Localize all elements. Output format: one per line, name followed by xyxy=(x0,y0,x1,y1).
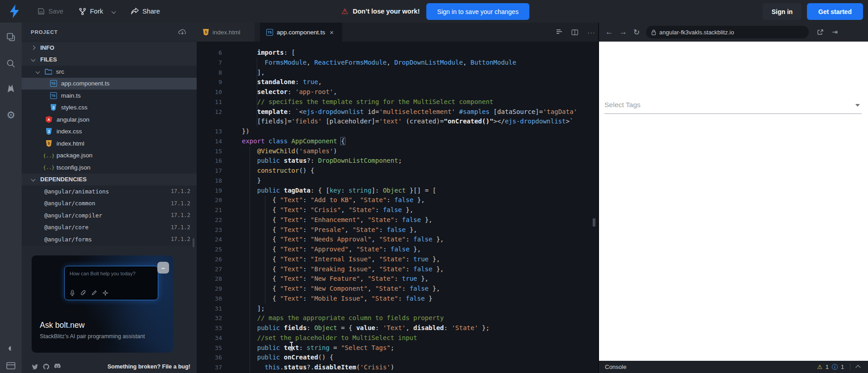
forward-icon[interactable]: → xyxy=(619,28,627,37)
dropdown-arrow-icon[interactable] xyxy=(855,104,860,107)
console-info-count: 1 xyxy=(841,364,844,370)
select-tags-dropdown[interactable]: Select Tags xyxy=(604,99,862,114)
tree-item-index-html[interactable]: 5index.html xyxy=(22,137,197,150)
bolt-ad-card[interactable]: How can Bolt help you today? – Ask bolt.… xyxy=(32,255,173,353)
tree-item-angular-json[interactable]: Aangular.json xyxy=(22,113,197,126)
line-number: 10 xyxy=(197,87,222,97)
tree-section-info[interactable]: INFO xyxy=(22,42,197,54)
project-panel-title: PROJECT xyxy=(31,29,58,35)
code-token: : xyxy=(406,265,413,273)
code-token: false xyxy=(387,226,406,233)
tree-item-app-component-ts[interactable]: TSapp.component.ts xyxy=(22,78,197,90)
split-editor-icon[interactable] xyxy=(571,29,578,35)
line-number: 35 xyxy=(197,343,222,353)
expand-console-icon[interactable] xyxy=(855,365,860,370)
download-project-icon[interactable] xyxy=(178,28,187,36)
dependency--angular-core[interactable]: @angular/core17.1.2 xyxy=(22,222,197,234)
get-started-button[interactable]: Get started xyxy=(807,3,863,20)
line-number: 21 xyxy=(197,205,222,215)
line-code: constructor() { xyxy=(222,166,314,176)
tree-item-index-css[interactable]: 3index.css xyxy=(22,126,197,138)
editor-scrollbar-thumb[interactable] xyxy=(593,218,595,227)
code-token: key xyxy=(330,187,341,194)
file-a-bug-link[interactable]: Something broken? File a bug! xyxy=(108,364,190,370)
code-line: 27 { "Text": "Breaking Issue", "State": … xyxy=(197,264,599,274)
dependency--angular-compiler[interactable]: @angular/compiler17.1.2 xyxy=(22,209,197,222)
code-token: ejs-dropdownlist xyxy=(505,118,566,125)
sign-in-to-save-button[interactable]: Sign in to save your changes xyxy=(426,3,529,20)
line-number: 37 xyxy=(197,363,222,373)
tree-section-dependencies[interactable]: DEPENDENCIES xyxy=(22,174,197,186)
theme-contrast-icon[interactable]: ◐ xyxy=(0,340,22,356)
toggle-preview-icon[interactable]: ⇥ xyxy=(832,28,838,36)
code-token: { xyxy=(242,206,280,213)
save-button[interactable]: Save xyxy=(38,0,63,23)
open-in-new-window-icon[interactable] xyxy=(817,29,824,36)
code-content[interactable]: 6 imports: [7 FormsModule, ReactiveForms… xyxy=(197,42,599,373)
close-tab-icon[interactable]: × xyxy=(330,28,334,36)
code-token: : xyxy=(402,285,410,292)
code-token: this xyxy=(265,364,280,371)
url-bar[interactable]: angular-fk3vakls.stackblitz.io xyxy=(646,26,809,38)
code-token xyxy=(280,344,283,351)
code-token: "Text" xyxy=(280,265,303,273)
code-token: true xyxy=(402,275,417,282)
tab-app-component-ts[interactable]: TS app.component.ts × xyxy=(260,23,342,42)
code-token: "Crisis" xyxy=(311,206,341,213)
line-number: 9 xyxy=(197,77,222,87)
tree-item-main-ts[interactable]: TSmain.ts xyxy=(22,90,197,102)
line-code: } xyxy=(222,176,261,186)
rendered-app-page: Select Tags xyxy=(599,42,868,361)
code-token: public xyxy=(257,354,280,361)
share-button[interactable]: Share xyxy=(131,0,160,23)
code-token: : xyxy=(394,275,402,282)
attachment-icon[interactable] xyxy=(80,290,86,296)
fork-button[interactable]: Fork xyxy=(79,0,103,23)
code-token: 'samples' xyxy=(299,147,333,155)
settings-icon[interactable]: ⚙ xyxy=(0,108,22,123)
tree-item-package-json[interactable]: {..}package.json xyxy=(22,150,197,162)
tree-item-styles-css[interactable]: 3styles.css xyxy=(22,102,197,114)
code-token: // maps the appropriate column to fields… xyxy=(257,314,444,321)
minimize-ad-button[interactable]: – xyxy=(157,262,169,274)
dependency--angular-forms[interactable]: @angular/forms17.1.2 xyxy=(22,233,197,246)
fork-icon xyxy=(79,8,86,15)
prettier-format-icon[interactable] xyxy=(556,29,562,35)
pencil-icon[interactable] xyxy=(91,290,97,296)
bolt-chat-box[interactable]: How can Bolt help you today? xyxy=(64,266,158,300)
panel-layout-icon[interactable] xyxy=(0,358,22,373)
github-icon[interactable] xyxy=(43,364,49,370)
microphone-icon[interactable] xyxy=(70,290,75,296)
console-bar[interactable]: Console ⚠ 1 i 1 xyxy=(599,361,868,373)
sparkle-icon[interactable] xyxy=(102,290,108,296)
project-icon[interactable] xyxy=(0,29,22,45)
more-options-icon[interactable]: ··· xyxy=(587,28,595,36)
twitter-icon[interactable] xyxy=(32,364,38,369)
code-token: [fields]= xyxy=(242,118,292,125)
fork-dropdown-chevron[interactable] xyxy=(112,0,115,23)
code-token: { xyxy=(242,236,280,243)
deploy-icon[interactable] xyxy=(0,81,22,96)
code-token: "State" xyxy=(360,196,387,203)
code-token: }[] = [ xyxy=(406,187,436,194)
stackblitz-logo-icon[interactable] xyxy=(9,5,20,18)
code-token: "Breaking Issue" xyxy=(311,265,372,273)
file-tree-scrollbar[interactable] xyxy=(193,238,194,247)
tab-index-html[interactable]: 5 index.html xyxy=(197,23,255,42)
dependency--angular-common[interactable]: @angular/common17.1.2 xyxy=(22,198,197,210)
dependency--angular-animations[interactable]: @angular/animations17.1.2 xyxy=(22,185,197,198)
sign-in-button[interactable]: Sign in xyxy=(763,3,802,20)
code-token: ReactiveFormsModule xyxy=(314,59,387,66)
search-icon[interactable] xyxy=(0,56,22,71)
back-icon[interactable]: ← xyxy=(605,28,613,37)
code-token: : xyxy=(288,108,295,115)
code-token: } xyxy=(425,295,433,302)
line-code: { "Text": "Internal Issue", "State": tru… xyxy=(222,255,440,264)
tree-item-src[interactable]: src xyxy=(22,66,197,78)
tree-item-tsconfig-json[interactable]: {..}tsconfig.json xyxy=(22,161,197,174)
tree-section-files[interactable]: FILES xyxy=(22,54,197,66)
code-token: "Text" xyxy=(280,255,303,263)
refresh-icon[interactable]: ↻ xyxy=(633,28,640,37)
code-token: 'text' xyxy=(379,118,402,125)
discord-icon[interactable] xyxy=(54,364,61,369)
